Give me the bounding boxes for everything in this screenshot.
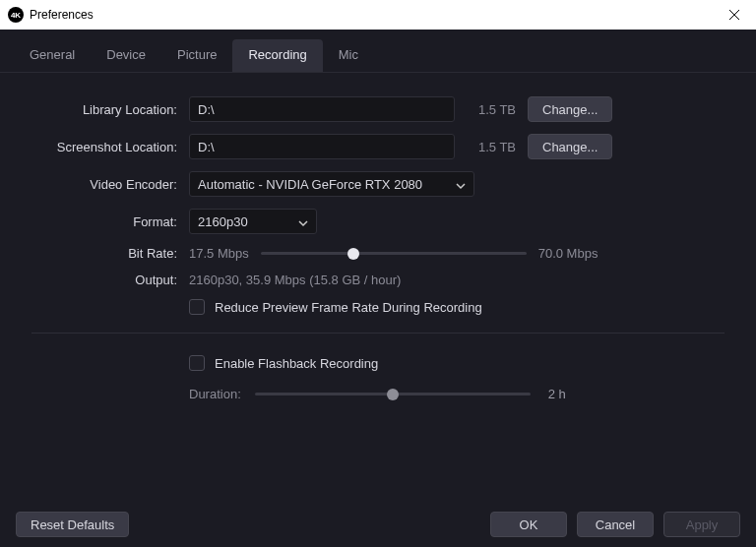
- format-label: Format:: [32, 214, 189, 229]
- tab-device[interactable]: Device: [91, 39, 161, 72]
- tab-general[interactable]: General: [14, 39, 91, 72]
- reduce-preview-checkbox[interactable]: [189, 299, 205, 315]
- format-select[interactable]: 2160p30: [189, 209, 317, 234]
- flashback-duration-slider[interactable]: [255, 388, 531, 401]
- encoder-value: Automatic - NVIDIA GeForce RTX 2080: [198, 177, 422, 192]
- apply-button[interactable]: Apply: [663, 512, 740, 537]
- output-label: Output:: [32, 273, 189, 287]
- flashback-enable-checkbox[interactable]: [189, 355, 205, 371]
- screenshot-location-input[interactable]: [189, 134, 455, 159]
- ok-button[interactable]: OK: [490, 512, 567, 537]
- bitrate-slider[interactable]: [261, 247, 527, 261]
- screenshot-location-row: Screenshot Location: 1.5 TB Change...: [32, 134, 724, 159]
- output-row: Output: 2160p30, 35.9 Mbps (15.8 GB / ho…: [32, 273, 724, 287]
- tab-picture[interactable]: Picture: [161, 39, 232, 72]
- recording-panel: Library Location: 1.5 TB Change... Scree…: [0, 73, 756, 401]
- titlebar: 4K Preferences: [0, 0, 756, 30]
- flashback-duration-row: Duration: 2 h: [189, 387, 724, 401]
- close-button[interactable]: [712, 0, 756, 30]
- screenshot-size-text: 1.5 TB: [467, 140, 516, 154]
- tab-mic[interactable]: Mic: [323, 39, 374, 72]
- flashback-enable-label: Enable Flashback Recording: [215, 356, 378, 371]
- flashback-duration-label: Duration:: [189, 387, 241, 401]
- slider-thumb[interactable]: [387, 389, 399, 400]
- window-body: General Device Picture Recording Mic Lib…: [0, 30, 756, 547]
- close-icon: [729, 10, 739, 20]
- tab-bar: General Device Picture Recording Mic: [0, 30, 756, 73]
- app-icon: 4K: [8, 7, 24, 23]
- library-size-text: 1.5 TB: [467, 102, 516, 117]
- reduce-preview-label: Reduce Preview Frame Rate During Recordi…: [215, 300, 482, 315]
- footer: Reset Defaults OK Cancel Apply: [0, 502, 756, 547]
- flashback-enable-row: Enable Flashback Recording: [189, 355, 724, 371]
- encoder-label: Video Encoder:: [32, 177, 189, 192]
- format-value: 2160p30: [198, 214, 248, 229]
- encoder-row: Video Encoder: Automatic - NVIDIA GeForc…: [32, 171, 724, 197]
- encoder-select[interactable]: Automatic - NVIDIA GeForce RTX 2080: [189, 171, 474, 197]
- slider-track: [261, 252, 527, 255]
- chevron-down-icon: [298, 216, 308, 226]
- chevron-down-icon: [456, 179, 466, 189]
- cancel-button[interactable]: Cancel: [577, 512, 654, 537]
- reset-defaults-button[interactable]: Reset Defaults: [16, 512, 129, 537]
- bitrate-row: Bit Rate: 17.5 Mbps 70.0 Mbps: [32, 246, 724, 261]
- screenshot-location-label: Screenshot Location:: [32, 140, 189, 154]
- screenshot-change-button[interactable]: Change...: [528, 134, 612, 159]
- output-value: 2160p30, 35.9 Mbps (15.8 GB / hour): [189, 273, 401, 287]
- library-location-label: Library Location:: [32, 102, 189, 117]
- library-location-row: Library Location: 1.5 TB Change...: [32, 96, 724, 122]
- format-row: Format: 2160p30: [32, 209, 724, 234]
- bitrate-label: Bit Rate:: [32, 246, 189, 261]
- bitrate-max-text: 70.0 Mbps: [538, 246, 598, 261]
- section-divider: [32, 333, 724, 334]
- flashback-duration-max: 2 h: [548, 387, 566, 401]
- bitrate-min-text: 17.5 Mbps: [189, 246, 249, 261]
- library-location-input[interactable]: [189, 96, 455, 122]
- tab-recording[interactable]: Recording: [232, 39, 322, 72]
- slider-thumb[interactable]: [347, 248, 359, 260]
- library-change-button[interactable]: Change...: [528, 96, 612, 122]
- window-title: Preferences: [30, 8, 712, 22]
- reduce-preview-row: Reduce Preview Frame Rate During Recordi…: [32, 299, 724, 315]
- flashback-section: Enable Flashback Recording Duration: 2 h: [32, 355, 724, 401]
